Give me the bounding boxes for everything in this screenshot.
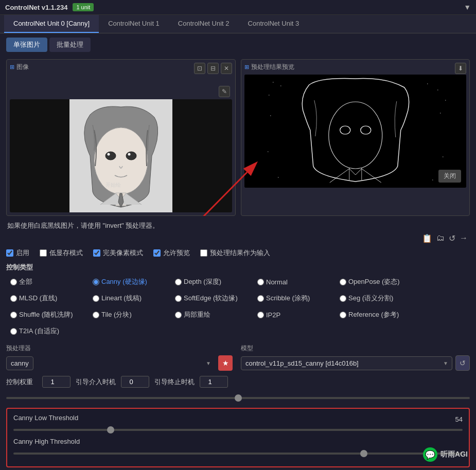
svg-text:开始绘: 开始绘 xyxy=(105,182,121,188)
weight-guidance-row: 控制权重 引导介入时机 引导终止时机 xyxy=(6,376,470,388)
forward-icon[interactable]: → xyxy=(460,233,468,243)
output-image-area[interactable]: 关闭 xyxy=(244,75,467,188)
download-btn[interactable]: ⬇ xyxy=(455,63,466,74)
model-select-row: control_v11p_sd15_canny [d14c016b] ↺ xyxy=(241,355,470,371)
wechat-icon: 💬 xyxy=(423,447,437,462)
weight-slider-row xyxy=(6,392,470,403)
watermark: 💬 听雨AGI xyxy=(423,447,468,462)
radio-inpaint[interactable]: 局部重绘 xyxy=(171,308,253,321)
canny-thresholds-section: Canny Low Threshold 54 Canny High Thresh… xyxy=(6,408,470,467)
subtab-single-image[interactable]: 单张图片 xyxy=(6,38,47,52)
guidance-end-label: 引导终止时机 xyxy=(154,377,195,387)
canny-high-label: Canny High Threshold xyxy=(13,438,80,445)
radio-lineart[interactable]: Lineart (线稿) xyxy=(89,292,171,305)
tab-controlnet-2[interactable]: ControlNet Unit 2 xyxy=(169,15,239,33)
canny-low-row: Canny Low Threshold 54 xyxy=(13,414,463,432)
preprocessor-select[interactable]: canny xyxy=(6,356,33,370)
radio-mlsd[interactable]: MLSD (直线) xyxy=(6,292,89,305)
canny-high-slider[interactable] xyxy=(13,453,463,455)
radio-all[interactable]: 全部 xyxy=(6,275,89,288)
subtab-batch[interactable]: 批量处理 xyxy=(49,38,91,52)
canny-low-label: Canny Low Threshold xyxy=(13,414,78,422)
close-btn[interactable]: ✕ xyxy=(221,63,232,74)
svg-point-14 xyxy=(268,95,269,96)
input-image-area[interactable]: 开始绘 xyxy=(10,99,232,212)
toolbar-icons: 📋 🗂 ↺ → xyxy=(6,233,470,243)
radio-openpose[interactable]: OpenPose (姿态) xyxy=(336,275,418,288)
radio-softedge[interactable]: SoftEdge (软边缘) xyxy=(171,292,253,305)
radio-shuffle[interactable]: Shuffle (随机洗牌) xyxy=(6,308,89,321)
svg-point-1 xyxy=(94,128,148,194)
close-preview-btn[interactable]: 关闭 xyxy=(438,170,461,183)
preprocessor-select-row: canny ★ xyxy=(6,355,233,371)
svg-point-16 xyxy=(437,89,438,91)
pp-model-row: 预处理器 canny ★ 模型 control_v11p_sd15_canny … xyxy=(6,344,470,371)
svg-point-23 xyxy=(432,179,433,180)
model-select[interactable]: control_v11p_sd15_canny [d14c016b] xyxy=(241,356,452,370)
model-section: 模型 control_v11p_sd15_canny [d14c016b] ↺ xyxy=(241,344,470,371)
sub-tabs: 单张图片 批量处理 xyxy=(0,33,476,54)
tab-controlnet-0[interactable]: ControlNet Unit 0 [Canny] xyxy=(4,15,99,33)
radio-scribble[interactable]: Scribble (涂鸦) xyxy=(253,292,336,305)
image-icon: ⊞ xyxy=(10,64,14,70)
image-panels: ⊞ 图像 ⊡ ⊟ ✕ ✎ xyxy=(6,59,470,216)
svg-point-2 xyxy=(105,152,116,160)
output-image-controls: ⬇ xyxy=(455,63,466,74)
radio-depth[interactable]: Depth (深度) xyxy=(171,275,253,288)
control-weight-input[interactable] xyxy=(42,376,70,388)
canny-result-image: 关闭 xyxy=(244,75,467,188)
preprocessor-select-wrapper: canny xyxy=(6,356,215,370)
svg-point-4 xyxy=(107,153,110,156)
svg-rect-8 xyxy=(262,75,448,188)
svg-point-20 xyxy=(267,151,268,152)
model-label: 模型 xyxy=(241,344,470,353)
radio-canny[interactable]: Canny (硬边缘) xyxy=(89,275,171,288)
svg-point-5 xyxy=(128,153,130,156)
warning-text: 如果使用白底黑线图片，请使用 "invert" 预处理器。 xyxy=(6,221,470,230)
tab-controlnet-1[interactable]: ControlNet Unit 1 xyxy=(99,15,169,33)
tab-controlnet-3[interactable]: ControlNet Unit 3 xyxy=(239,15,309,33)
weight-slider[interactable] xyxy=(6,397,470,399)
expand-btn[interactable]: ⊡ xyxy=(194,63,205,74)
copy-icon[interactable]: 📋 xyxy=(422,233,432,243)
control-type-label: 控制类型 xyxy=(6,263,470,272)
preprocessor-section: 预处理器 canny ★ xyxy=(6,344,233,371)
guidance-start-label: 引导介入时机 xyxy=(76,377,116,387)
input-image-panel: ⊞ 图像 ⊡ ⊟ ✕ ✎ xyxy=(6,59,236,216)
svg-point-22 xyxy=(277,177,278,178)
tabs-row: ControlNet Unit 0 [Canny] ControlNet Uni… xyxy=(0,15,476,33)
radio-normal[interactable]: Normal xyxy=(253,275,336,288)
collapse-arrow-icon[interactable]: ▼ xyxy=(464,3,471,11)
paste-icon[interactable]: 🗂 xyxy=(436,233,445,243)
guidance-end-input[interactable] xyxy=(200,376,228,388)
guidance-start-input[interactable] xyxy=(121,376,149,388)
edit-icon[interactable]: ✎ xyxy=(219,86,230,97)
svg-point-12 xyxy=(272,82,273,83)
enable-checkbox[interactable]: 启用 xyxy=(6,248,29,258)
output-image-icon: ⊞ xyxy=(244,64,249,70)
radio-t2ia[interactable]: T2IA (自适应) xyxy=(6,324,89,338)
canny-low-slider[interactable] xyxy=(13,429,463,431)
radio-seg[interactable]: Seg (语义分割) xyxy=(336,292,418,305)
radio-ip2p[interactable]: IP2P xyxy=(253,308,336,321)
anime-sketch-image: 开始绘 xyxy=(69,99,172,212)
preprocessor-as-input-checkbox[interactable]: 预处理结果作为输入 xyxy=(200,248,270,258)
canny-high-row: Canny High Threshold xyxy=(13,438,463,456)
output-panel-label: ⊞ 预处理结果预览 xyxy=(244,63,467,71)
unit-badge: 1 unit xyxy=(73,3,94,11)
refresh-model-btn[interactable]: ↺ xyxy=(455,355,470,371)
radio-tile[interactable]: Tile (分块) xyxy=(89,308,171,321)
control-type-radio-grid: 全部 Canny (硬边缘) Depth (深度) Normal OpenPos… xyxy=(6,275,470,338)
title-bar: ControlNet v1.1.234 1 unit ▼ xyxy=(0,0,476,15)
low-vram-checkbox[interactable]: 低显存模式 xyxy=(40,248,83,258)
pixel-perfect-checkbox[interactable]: 完美像素模式 xyxy=(93,248,143,258)
run-preprocessor-btn[interactable]: ★ xyxy=(218,355,233,371)
svg-point-13 xyxy=(280,85,281,86)
output-image-panel: ⊞ 预处理结果预览 ⬇ xyxy=(241,59,470,216)
allow-preview-checkbox[interactable]: 允许预览 xyxy=(153,248,190,258)
app-title: ControlNet v1.1.234 xyxy=(5,4,67,11)
rotate-icon[interactable]: ↺ xyxy=(449,233,455,243)
radio-reference[interactable]: Reference (参考) xyxy=(336,308,418,321)
crop-btn[interactable]: ⊟ xyxy=(207,63,219,74)
svg-point-21 xyxy=(442,156,443,157)
